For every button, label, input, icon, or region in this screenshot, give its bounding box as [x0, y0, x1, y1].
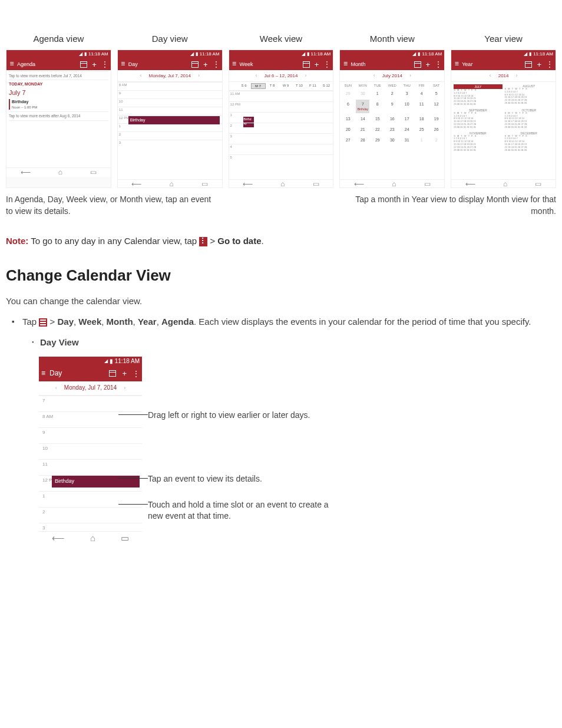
- add-event-icon[interactable]: +: [315, 61, 319, 68]
- overflow-menu-icon[interactable]: ⋮: [546, 61, 553, 68]
- hour-row[interactable]: 9: [118, 90, 222, 98]
- next-icon[interactable]: ›: [409, 72, 411, 80]
- week-day-header[interactable]: S 6: [237, 83, 251, 89]
- month-day-cell[interactable]: 10: [400, 100, 414, 113]
- range-label[interactable]: July 2014: [382, 73, 402, 79]
- home-icon[interactable]: ⌂: [170, 179, 174, 188]
- month-day-cell[interactable]: 2: [385, 89, 399, 98]
- month-day-cell[interactable]: 12: [429, 100, 443, 113]
- hour-row[interactable]: 1: [118, 123, 222, 131]
- prev-icon[interactable]: ‹: [256, 72, 257, 80]
- today-icon[interactable]: [191, 61, 199, 68]
- week-day-header[interactable]: T 8: [266, 83, 279, 89]
- back-icon[interactable]: ⟵: [21, 167, 31, 177]
- month-day-cell[interactable]: 30: [385, 136, 399, 145]
- date-label[interactable]: Monday, Jul 7, 2014: [148, 73, 190, 79]
- overflow-menu-icon[interactable]: ⋮: [133, 370, 140, 377]
- week-day-header[interactable]: F 11: [306, 83, 319, 89]
- recent-icon[interactable]: ▭: [424, 179, 431, 188]
- month-day-cell[interactable]: 17: [400, 114, 414, 124]
- hour-row[interactable]: 9: [39, 427, 142, 443]
- agenda-event[interactable]: Birthday Noon – 1:00 PM: [9, 99, 108, 110]
- next-icon[interactable]: ›: [124, 384, 125, 392]
- next-icon[interactable]: ›: [515, 72, 517, 80]
- month-day-cell[interactable]: 1: [415, 136, 428, 145]
- recent-icon[interactable]: ▭: [535, 179, 541, 188]
- prev-icon[interactable]: ‹: [373, 72, 375, 80]
- today-icon[interactable]: [303, 61, 310, 68]
- month-day-cell[interactable]: 11: [415, 100, 428, 113]
- month-day-cell[interactable]: 3: [400, 89, 414, 98]
- month-day-cell[interactable]: 23: [385, 125, 399, 134]
- month-day-cell[interactable]: 28: [356, 136, 369, 145]
- back-icon[interactable]: ⟵: [131, 179, 141, 188]
- today-icon[interactable]: [525, 61, 532, 68]
- hour-row[interactable]: 3: [118, 140, 222, 148]
- range-label[interactable]: Jul 6 – 12, 2014: [265, 73, 298, 79]
- next-icon[interactable]: ›: [305, 72, 306, 80]
- month-day-cell[interactable]: 26: [429, 125, 443, 134]
- month-day-cell[interactable]: 22: [371, 125, 384, 134]
- next-icon[interactable]: ›: [198, 72, 200, 80]
- before-events-label[interactable]: Tap to view more events before Jul 7, 20…: [9, 71, 108, 80]
- drawer-icon[interactable]: [120, 60, 126, 68]
- month-day-cell[interactable]: 21: [356, 125, 369, 134]
- week-day-header[interactable]: M 7: [251, 83, 266, 89]
- date-label[interactable]: Monday, Jul 7, 2014: [64, 384, 117, 392]
- home-icon[interactable]: ⌂: [90, 532, 95, 544]
- back-icon[interactable]: ⟵: [243, 179, 253, 188]
- hour-row[interactable]: 3: [39, 523, 142, 531]
- add-event-icon[interactable]: +: [537, 61, 541, 68]
- month-day-cell[interactable]: 7Birthday: [356, 100, 369, 113]
- today-icon[interactable]: [414, 61, 421, 68]
- month-day-cell[interactable]: 29: [341, 89, 355, 98]
- prev-icon[interactable]: ‹: [140, 72, 141, 80]
- month-day-cell[interactable]: 14: [356, 114, 369, 124]
- add-event-icon[interactable]: +: [92, 61, 97, 68]
- month-day-cell[interactable]: 9: [385, 100, 399, 113]
- prev-icon[interactable]: ‹: [490, 72, 491, 80]
- year-month-december[interactable]: DECEMBERS M T W T F S1 2 3 4 5 6 78 9 10…: [505, 131, 553, 152]
- recent-icon[interactable]: ▭: [313, 179, 319, 188]
- month-day-cell[interactable]: 30: [356, 89, 369, 98]
- back-icon[interactable]: ⟵: [52, 532, 65, 544]
- overflow-menu-icon[interactable]: ⋮: [323, 61, 330, 68]
- month-day-cell[interactable]: 4: [415, 89, 428, 98]
- hour-row[interactable]: 2: [39, 507, 142, 523]
- after-events-label[interactable]: Tap to view more events after Aug 6, 201…: [9, 111, 108, 120]
- month-day-cell[interactable]: 20: [341, 125, 355, 134]
- month-day-cell[interactable]: 27: [341, 136, 355, 145]
- month-day-cell[interactable]: 29: [371, 136, 384, 145]
- hour-row[interactable]: 2: [118, 131, 222, 140]
- month-day-cell[interactable]: 16: [385, 114, 399, 124]
- hour-row[interactable]: 7: [39, 396, 142, 411]
- week-day-header[interactable]: S 12: [319, 83, 333, 89]
- week-day-header[interactable]: W 9: [279, 83, 293, 89]
- today-icon[interactable]: [80, 61, 87, 68]
- add-event-icon[interactable]: +: [122, 370, 127, 377]
- year-month-october[interactable]: OCTOBERS M T W T F S1 2 3 4 5 6 78 9 10 …: [505, 108, 553, 129]
- home-icon[interactable]: ⌂: [503, 179, 507, 188]
- month-day-cell[interactable]: 2: [429, 136, 443, 145]
- add-event-icon[interactable]: +: [203, 61, 208, 68]
- hour-row[interactable]: 10: [118, 98, 222, 107]
- month-day-cell[interactable]: 15: [371, 114, 384, 124]
- month-day-cell[interactable]: 13: [341, 114, 355, 124]
- add-event-icon[interactable]: +: [426, 61, 431, 68]
- home-icon[interactable]: ⌂: [392, 179, 396, 188]
- month-day-cell[interactable]: 18: [415, 114, 428, 124]
- hour-row[interactable]: 8 AM: [118, 82, 222, 90]
- month-day-cell[interactable]: 1: [371, 89, 384, 98]
- home-icon[interactable]: ⌂: [58, 167, 62, 177]
- range-label[interactable]: 2014: [498, 73, 509, 79]
- month-day-cell[interactable]: 25: [415, 125, 428, 134]
- hour-row[interactable]: 11: [118, 107, 222, 115]
- recent-icon[interactable]: ▭: [121, 532, 129, 544]
- year-month-november[interactable]: NOVEMBERS M T W T F S1 2 3 4 5 6 78 9 10…: [454, 131, 502, 152]
- year-month-september[interactable]: SEPTEMBERS M T W T F S1 2 3 4 5 6 78 9 1…: [454, 108, 502, 129]
- drawer-icon[interactable]: [454, 60, 459, 68]
- month-day-cell[interactable]: 6: [341, 100, 355, 113]
- overflow-menu-icon[interactable]: ⋮: [213, 61, 220, 68]
- day-event[interactable]: Birthday: [128, 116, 220, 124]
- today-icon[interactable]: [109, 370, 116, 377]
